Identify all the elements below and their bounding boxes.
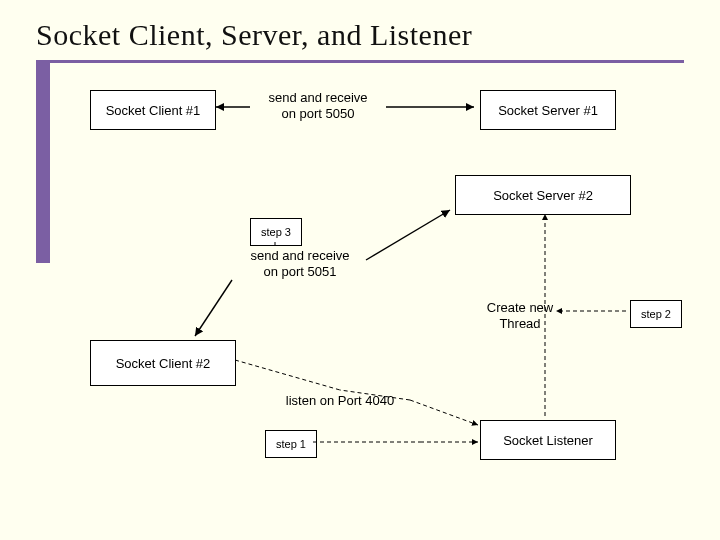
svg-line-5: [235, 360, 340, 390]
svg-line-2: [195, 280, 232, 336]
title-rule: [36, 60, 684, 63]
diagram: Socket Client #1 send and receiveon port…: [90, 90, 670, 490]
svg-line-3: [366, 210, 450, 260]
svg-line-6: [410, 400, 478, 425]
accent-tab: [36, 63, 50, 263]
svg-line-7: [340, 390, 410, 400]
page-title: Socket Client, Server, and Listener: [36, 18, 472, 52]
